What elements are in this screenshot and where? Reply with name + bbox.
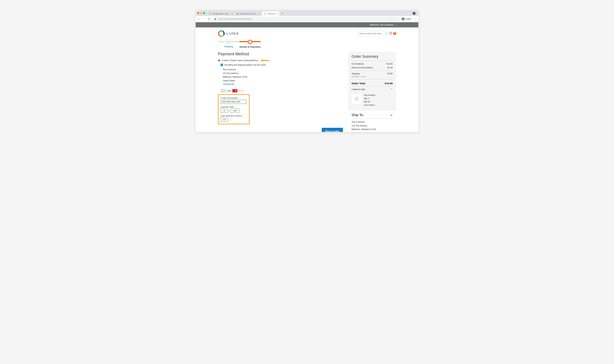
back-button[interactable] bbox=[197, 17, 200, 21]
svg-point-6 bbox=[385, 33, 387, 34]
window-minimize-icon[interactable] bbox=[200, 12, 202, 14]
address-city: Baltimore, Maryland 21224 bbox=[223, 75, 343, 79]
tab-title: Environment Configuration fo bbox=[240, 13, 258, 15]
amex-icon bbox=[221, 89, 226, 92]
card-form-highlighted: Credit Card Number * Expiration Date * /… bbox=[218, 94, 250, 124]
payment-option-label: Credit or Debit Cards (SubscribePro) bbox=[222, 59, 258, 62]
logo[interactable]: LUMA bbox=[218, 30, 239, 37]
page-content: Welcome, Test Customer! ⌄ LUMA bbox=[196, 22, 418, 132]
billing-same-label: My billing and shipping address are the … bbox=[224, 64, 266, 66]
guest-profile[interactable]: Guest bbox=[402, 17, 411, 21]
search-icon[interactable] bbox=[385, 32, 388, 35]
card-brand-icons: VISA DISCOVER bbox=[221, 89, 343, 92]
summary-subtotal: Cart Subtotal €10.00 bbox=[352, 62, 393, 66]
shipto-street: 123 Test Address. bbox=[352, 124, 393, 128]
cart-count-badge: 1 bbox=[393, 32, 396, 35]
shipto-city: Baltimore, Maryland 21224 bbox=[352, 128, 393, 131]
payment-method-title: Payment Method bbox=[218, 52, 343, 56]
place-order-button[interactable]: Place Order bbox=[322, 128, 343, 132]
forward-button[interactable] bbox=[202, 17, 206, 21]
mini-cart[interactable]: 1 bbox=[389, 32, 396, 36]
lock-icon bbox=[214, 18, 216, 20]
exp-year-input[interactable] bbox=[230, 109, 239, 113]
browser-menu-icon[interactable]: ⋮ bbox=[413, 17, 417, 21]
luma-logo-icon bbox=[218, 30, 225, 37]
browser-chrome: Configuration / Settings / Store × Envir… bbox=[196, 10, 418, 22]
search-box[interactable] bbox=[358, 31, 387, 36]
cart-icon bbox=[389, 32, 393, 36]
cart-item: Test Product Qty: 1 €10.00 View Details … bbox=[352, 92, 393, 108]
progress-step-review[interactable]: ✓ Review & Payments bbox=[239, 40, 261, 48]
store-header: LUMA 1 bbox=[214, 27, 400, 40]
top-banner: Welcome, Test Customer! ⌄ bbox=[196, 22, 418, 27]
billing-address: Test Customer 123 Test Address. Baltimor… bbox=[223, 68, 343, 86]
chevron-up-icon: ⌃ bbox=[391, 88, 393, 91]
progress-step-shipping[interactable]: ✓ Shipping bbox=[218, 40, 239, 48]
chevron-down-icon: ⌄ bbox=[395, 24, 396, 26]
shipto-country: United States bbox=[352, 131, 393, 132]
svg-point-1 bbox=[403, 18, 404, 19]
view-details-toggle[interactable]: View Details ⌄ bbox=[364, 104, 376, 107]
visa-icon: VISA bbox=[226, 89, 232, 92]
url-text bbox=[218, 18, 252, 20]
cvv-input[interactable] bbox=[221, 117, 228, 122]
payment-option[interactable]: Credit or Debit Cards (SubscribePro) bbox=[218, 59, 343, 62]
magento-icon bbox=[264, 13, 266, 15]
cvv-label: Card Verification Number * bbox=[221, 115, 247, 117]
help-icon[interactable]: ? bbox=[229, 118, 232, 121]
mastercard-icon bbox=[232, 89, 237, 92]
step-label: Shipping bbox=[218, 45, 239, 48]
tab-title: Configuration / Settings / Store bbox=[212, 13, 230, 15]
tab-title: Checkout bbox=[267, 13, 275, 15]
address-country: United States bbox=[223, 79, 343, 83]
cart-items-toggle[interactable]: 1 Item in Cart ⌃ bbox=[352, 86, 393, 92]
browser-tab[interactable]: Configuration / Settings / Store × bbox=[207, 11, 235, 16]
profile-icon[interactable] bbox=[413, 12, 416, 15]
search-input[interactable] bbox=[359, 32, 385, 35]
new-tab-button[interactable]: + bbox=[280, 12, 284, 15]
summary-discount: Discount (Subscription) -€1.00 bbox=[352, 66, 393, 70]
item-qty: Qty: 1 bbox=[364, 97, 376, 100]
check-icon: ✓ bbox=[228, 41, 230, 43]
welcome-message[interactable]: Welcome, Test Customer! ⌄ bbox=[370, 24, 396, 26]
ship-to-title: Ship To: bbox=[352, 113, 364, 117]
billing-same-input[interactable] bbox=[221, 64, 223, 66]
discover-icon: DISCOVER bbox=[238, 89, 243, 92]
reload-button[interactable] bbox=[207, 17, 211, 21]
guest-label: Guest bbox=[406, 18, 411, 20]
svg-rect-0 bbox=[236, 13, 238, 14]
check-icon: ✓ bbox=[249, 41, 251, 43]
exp-date-label: Expiration Date * bbox=[221, 106, 247, 108]
ship-to-section: Ship To: Test Customer 123 Test Address.… bbox=[348, 111, 396, 132]
shipto-name: Test Customer bbox=[352, 120, 393, 124]
tab-close-icon[interactable]: × bbox=[232, 12, 233, 15]
address-bar[interactable] bbox=[212, 17, 400, 21]
checkout-progress: ✓ Shipping ✓ Review & Payments bbox=[214, 40, 400, 48]
avatar-icon bbox=[402, 17, 405, 21]
chevron-down-icon: ⌄ bbox=[375, 104, 376, 106]
exp-month-input[interactable] bbox=[221, 109, 228, 113]
address-phone[interactable]: 2342342345 bbox=[223, 83, 343, 86]
logo-text: LUMA bbox=[226, 31, 239, 36]
address-name: Test Customer bbox=[223, 68, 343, 72]
annotation-arrow-icon bbox=[261, 59, 269, 62]
address-street: 123 Test Address. bbox=[223, 72, 343, 75]
browser-tab-active[interactable]: Checkout × bbox=[262, 11, 279, 16]
payment-radio[interactable] bbox=[218, 59, 220, 62]
order-summary: Order Summary Cart Subtotal €10.00 Disco… bbox=[348, 52, 396, 111]
window-maximize-icon[interactable] bbox=[203, 12, 205, 14]
magento-icon bbox=[209, 13, 211, 15]
summary-shipping-method: Flat Rate - Fixed bbox=[352, 75, 393, 78]
item-price: €10.00 bbox=[364, 100, 376, 104]
item-thumbnail bbox=[352, 94, 362, 104]
billing-same-checkbox[interactable]: My billing and shipping address are the … bbox=[221, 64, 343, 66]
window-controls bbox=[197, 12, 205, 14]
order-summary-title: Order Summary bbox=[352, 54, 393, 59]
window-close-icon[interactable] bbox=[197, 12, 199, 14]
browser-tab[interactable]: Environment Configuration fo × bbox=[235, 11, 262, 16]
tab-close-icon[interactable]: × bbox=[276, 12, 278, 15]
edit-icon[interactable] bbox=[390, 114, 393, 116]
tab-close-icon[interactable]: × bbox=[259, 12, 260, 15]
box-icon bbox=[236, 13, 239, 15]
cc-number-input[interactable] bbox=[221, 100, 246, 104]
